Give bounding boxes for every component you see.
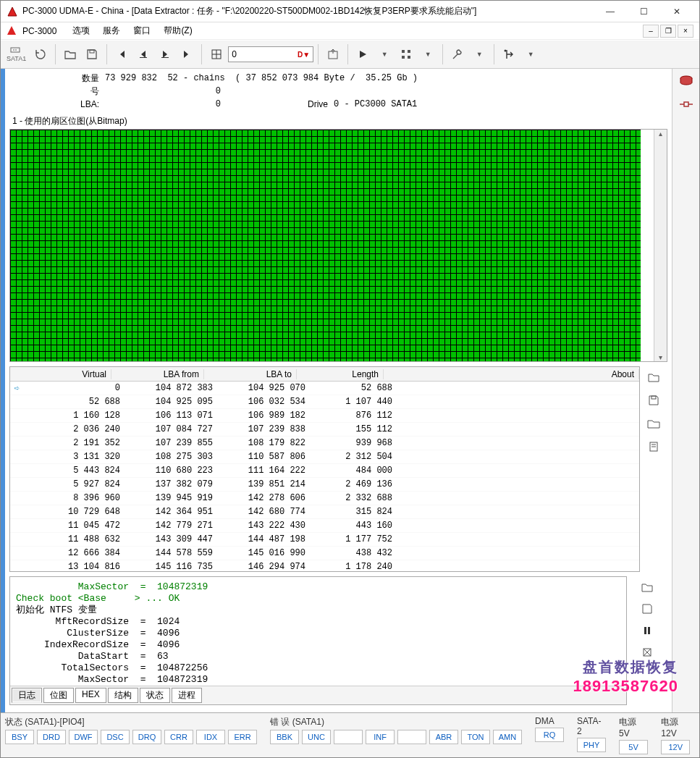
log-open-icon[interactable] xyxy=(638,579,656,595)
main-window: PC-3000 UDMA-E - China - [Data Extractor… xyxy=(0,0,700,758)
table-row[interactable]: 8 396 960 139 945 919 142 278 606 2 332 … xyxy=(10,492,639,505)
count-label: 数量 xyxy=(70,72,99,85)
refresh-button[interactable] xyxy=(30,43,51,65)
tools-dropdown[interactable]: ▼ xyxy=(469,43,489,65)
maximize-button[interactable]: ☐ xyxy=(627,1,660,22)
info-panel: 数量 73 929 832 52 - chains ( 37 852 073 9… xyxy=(5,69,672,112)
status-item: IDX xyxy=(196,730,225,744)
status-item: AMN xyxy=(493,730,522,744)
drive-icon[interactable] xyxy=(677,73,696,89)
status-group-title: DMA xyxy=(535,716,564,726)
minimize-button[interactable]: — xyxy=(594,1,627,22)
log-text[interactable]: MaxSector = 104872319Check boot <Base > … xyxy=(10,577,626,686)
table-body[interactable]: ➪ 0 104 872 383 104 925 070 52 688 52 68… xyxy=(10,382,639,571)
table-row[interactable]: 52 688 104 925 095 106 032 534 1 107 440 xyxy=(10,395,639,409)
log-pause-icon[interactable] xyxy=(638,623,656,639)
view-grid-button[interactable] xyxy=(396,43,416,65)
log-clear-icon[interactable] xyxy=(638,644,656,660)
exit-dropdown[interactable]: ▼ xyxy=(520,43,541,65)
svg-rect-13 xyxy=(651,396,656,399)
status-items: RQ xyxy=(535,728,564,742)
connect-icon[interactable] xyxy=(677,96,696,112)
table-row[interactable]: 12 666 384 144 578 559 145 016 990 438 4… xyxy=(10,547,639,560)
log-save-icon[interactable] xyxy=(638,601,656,617)
cell-lba-to: 143 222 430 xyxy=(217,521,310,531)
exit-button[interactable] xyxy=(499,43,519,65)
svg-marker-1 xyxy=(7,26,16,35)
num-label: 号 xyxy=(70,85,99,98)
table-save-icon[interactable] xyxy=(645,392,662,408)
cell-lba-from: 107 084 727 xyxy=(125,424,217,434)
cell-lba-from: 145 116 735 xyxy=(125,562,217,571)
table-row[interactable]: 11 488 632 143 309 447 144 487 198 1 177… xyxy=(10,533,639,547)
mdi-restore[interactable]: ❐ xyxy=(660,25,676,38)
nav-prev-button[interactable] xyxy=(133,43,153,65)
close-button[interactable]: ✕ xyxy=(660,1,693,22)
status-item xyxy=(334,730,363,744)
table-row[interactable]: 13 104 816 145 116 735 146 294 974 1 178… xyxy=(10,560,639,571)
play-dropdown[interactable]: ▼ xyxy=(374,43,395,65)
status-group-title: 电源 5V xyxy=(619,716,648,738)
table-row[interactable]: 3 131 320 108 275 303 110 587 806 2 312 … xyxy=(10,450,639,464)
menu-window[interactable]: 窗口 xyxy=(127,23,156,38)
table-row[interactable]: 2 191 352 107 239 855 108 179 822 939 96… xyxy=(10,437,639,450)
log-section: MaxSector = 104872319Check boot <Base > … xyxy=(9,576,667,705)
status-item: BBK xyxy=(270,730,299,744)
content: 数量 73 929 832 52 - chains ( 37 852 073 9… xyxy=(5,69,672,712)
log-tab-2[interactable]: HEX xyxy=(75,688,106,703)
address-input[interactable]: 0 D▼ xyxy=(228,46,313,62)
menu-help[interactable]: 帮助(Z) xyxy=(158,23,198,38)
th-lba-from[interactable]: LBA from xyxy=(111,369,204,379)
cell-lba-from: 143 309 447 xyxy=(125,534,217,544)
log-tab-4[interactable]: 状态 xyxy=(140,688,170,703)
table-folder-icon[interactable] xyxy=(645,416,662,431)
status-group-title: 电源 12V xyxy=(661,716,695,738)
open-button[interactable] xyxy=(60,43,80,65)
svg-rect-8 xyxy=(402,50,405,53)
log-tab-1[interactable]: 位图 xyxy=(43,688,74,703)
nav-first-button[interactable] xyxy=(111,43,132,65)
cell-lba-to: 144 487 198 xyxy=(217,534,310,544)
port-button[interactable]: SATA1 xyxy=(4,43,29,65)
view-dropdown[interactable]: ▼ xyxy=(418,43,438,65)
chain-table: Virtual LBA from LBA to Length About ➪ 0… xyxy=(9,366,640,572)
th-about[interactable]: About xyxy=(384,369,639,379)
th-lba-to[interactable]: LBA to xyxy=(204,369,297,379)
menu-options[interactable]: 选项 xyxy=(67,23,96,38)
table-note-icon[interactable] xyxy=(645,439,662,455)
table-open-icon[interactable] xyxy=(645,369,662,385)
mdi-close[interactable]: × xyxy=(678,25,693,38)
status-group: 电源 12V12V xyxy=(661,716,695,754)
mdi-minimize[interactable]: – xyxy=(643,25,659,38)
right-toolbar xyxy=(672,69,699,712)
status-item: DRQ xyxy=(132,730,161,744)
th-length[interactable]: Length xyxy=(297,369,384,379)
table-row[interactable]: 5 443 824 110 680 223 111 164 222 484 00… xyxy=(10,464,639,478)
log-tab-5[interactable]: 进程 xyxy=(172,688,202,703)
log-tab-3[interactable]: 结构 xyxy=(108,688,138,703)
nav-next-button[interactable] xyxy=(155,43,175,65)
tools-button[interactable] xyxy=(447,43,468,65)
log-sidebar xyxy=(627,576,667,705)
grid-button[interactable] xyxy=(206,43,227,65)
log-tab-0[interactable]: 日志 xyxy=(12,688,42,703)
table-row[interactable]: 10 729 648 142 364 951 142 680 774 315 8… xyxy=(10,505,639,519)
menubar: PC-3000 选项 服务 窗口 帮助(Z) – ❐ × xyxy=(1,22,699,40)
play-button[interactable] xyxy=(353,43,373,65)
th-virtual[interactable]: Virtual xyxy=(10,369,111,379)
table-row[interactable]: 2 036 240 107 084 727 107 239 838 155 11… xyxy=(10,423,639,437)
export-button[interactable] xyxy=(323,43,343,65)
nav-last-button[interactable] xyxy=(177,43,197,65)
count-value: 73 929 832 52 - chains ( 37 852 073 984 … xyxy=(105,73,418,83)
bitmap-box xyxy=(9,129,667,362)
bitmap-scrollbar[interactable] xyxy=(654,130,667,361)
status-item: BSY xyxy=(5,730,34,744)
cell-virtual: 1 160 128 xyxy=(23,410,125,421)
bitmap-grid[interactable] xyxy=(10,130,641,361)
table-row[interactable]: 1 160 128 106 113 071 106 989 182 876 11… xyxy=(10,409,639,423)
table-row[interactable]: ➪ 0 104 872 383 104 925 070 52 688 xyxy=(10,382,639,395)
menu-service[interactable]: 服务 xyxy=(97,23,126,38)
table-row[interactable]: 11 045 472 142 779 271 143 222 430 443 1… xyxy=(10,519,639,533)
table-row[interactable]: 5 927 824 137 382 079 139 851 214 2 469 … xyxy=(10,478,639,492)
save-button[interactable] xyxy=(82,43,102,65)
